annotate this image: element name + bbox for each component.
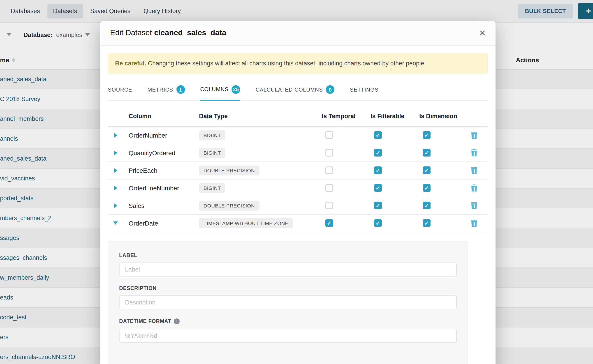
expand-caret-icon[interactable]	[114, 150, 117, 155]
warning-banner: Be careful. Changing these settings will…	[108, 53, 488, 74]
close-icon[interactable]: ×	[479, 27, 486, 38]
form-field: LABEL	[119, 252, 457, 276]
column-row: PriceEachDOUBLE PRECISION✓✓	[108, 162, 488, 179]
data-type-badge: BIGINT	[199, 130, 225, 140]
tab-label: METRICS	[148, 86, 173, 93]
info-icon[interactable]: i	[174, 318, 180, 324]
form-fields: LABELDESCRIPTIONDATETIME FORMATi	[119, 252, 457, 343]
form-field: DESCRIPTION	[119, 285, 457, 309]
is-filterable-checkbox[interactable]: ✓	[374, 184, 382, 192]
is-temporal-checkbox[interactable]	[325, 131, 333, 139]
is-filterable-checkbox[interactable]: ✓	[374, 219, 382, 227]
screen: DatabasesDatasetsSaved QueriesQuery Hist…	[0, 0, 593, 364]
delete-column-icon[interactable]	[471, 167, 477, 174]
column-row: OrderDateTIMESTAMP WITHOUT TIME ZONE✓✓✓	[108, 214, 488, 232]
column-row: OrderLineNumberBIGINT✓✓	[108, 179, 488, 197]
tab-calculated-columns[interactable]: CALCULATED COLUMNS0	[256, 80, 335, 100]
tab-columns[interactable]: COLUMNS25	[200, 80, 240, 100]
is-temporal-checkbox[interactable]	[325, 166, 333, 174]
column-rows: OrderNumberBIGINT✓✓QuantityOrderedBIGINT…	[108, 127, 488, 232]
data-type-badge: TIMESTAMP WITHOUT TIME ZONE	[199, 218, 293, 228]
data-type-badge: DOUBLE PRECISION	[199, 165, 259, 175]
delete-column-icon[interactable]	[471, 220, 477, 227]
is-temporal-checkbox[interactable]: ✓	[325, 219, 333, 227]
tab-settings[interactable]: SETTINGS	[350, 80, 378, 100]
is-dimension-checkbox[interactable]: ✓	[423, 131, 430, 139]
is-dimension-checkbox[interactable]: ✓	[423, 166, 430, 174]
expand-caret-icon[interactable]	[114, 203, 117, 208]
column-row: OrderNumberBIGINT✓✓	[108, 127, 488, 144]
header-is-filterable: Is Filterable	[370, 112, 419, 119]
tab-source[interactable]: SOURCE	[108, 80, 132, 100]
datetime-format-label: DATETIME FORMAT	[119, 318, 171, 324]
column-name: OrderDate	[123, 220, 199, 227]
data-type-badge: BIGINT	[199, 148, 225, 158]
warning-banner-text: Changing these settings will affect all …	[146, 60, 426, 67]
columns-table-header: Column Data Type Is Temporal Is Filterab…	[108, 106, 488, 127]
is-temporal-checkbox[interactable]	[325, 149, 333, 156]
header-data-type: Data Type	[199, 112, 322, 119]
label-input[interactable]	[119, 262, 457, 276]
column-name: OrderNumber	[123, 131, 199, 139]
delete-column-icon[interactable]	[471, 184, 477, 191]
data-type-badge: BIGINT	[199, 183, 225, 193]
description-input[interactable]	[119, 295, 457, 309]
modal-title-prefix: Edit Dataset	[110, 28, 152, 37]
column-name: PriceEach	[123, 167, 199, 174]
is-dimension-checkbox[interactable]: ✓	[423, 149, 430, 156]
column-row: QuantityOrderedBIGINT✓✓	[108, 144, 488, 162]
is-filterable-checkbox[interactable]: ✓	[374, 149, 382, 156]
label-label: LABEL	[119, 252, 138, 258]
warning-banner-bold: Be careful.	[115, 60, 146, 67]
data-type-badge: DOUBLE PRECISION	[199, 201, 259, 210]
description-label: DESCRIPTION	[119, 285, 157, 291]
is-filterable-checkbox[interactable]: ✓	[374, 131, 382, 139]
header-is-dimension: Is Dimension	[419, 112, 468, 119]
modal-tabs: SOURCEMETRICS1COLUMNS25CALCULATED COLUMN…	[108, 80, 488, 100]
delete-column-icon[interactable]	[471, 131, 477, 139]
expand-caret-icon[interactable]	[114, 133, 117, 137]
is-temporal-checkbox[interactable]	[325, 184, 333, 192]
is-temporal-checkbox[interactable]	[325, 202, 333, 209]
column-name: QuantityOrdered	[123, 149, 199, 156]
tab-label: SOURCE	[108, 86, 132, 93]
modal-dataset-name: cleaned_sales_data	[154, 28, 226, 37]
header-is-temporal: Is Temporal	[322, 112, 370, 119]
metrics-count-badge: 1	[176, 85, 185, 94]
is-dimension-checkbox[interactable]: ✓	[423, 184, 430, 192]
is-filterable-checkbox[interactable]: ✓	[374, 202, 382, 209]
column-row: SalesDOUBLE PRECISION✓✓	[108, 197, 488, 214]
edit-dataset-modal: Edit Datasetcleaned_sales_data × Be care…	[100, 21, 495, 364]
modal-header: Edit Datasetcleaned_sales_data ×	[100, 21, 495, 46]
columns-count-badge: 25	[232, 85, 240, 94]
column-name: OrderLineNumber	[123, 184, 199, 191]
form-field: DATETIME FORMATi	[119, 318, 457, 343]
delete-column-icon[interactable]	[471, 202, 477, 209]
column-name: Sales	[123, 202, 199, 209]
tab-label: COLUMNS	[200, 86, 229, 92]
expand-caret-icon[interactable]	[114, 186, 117, 190]
tab-label: SETTINGS	[350, 86, 378, 93]
is-filterable-checkbox[interactable]: ✓	[374, 166, 382, 174]
is-dimension-checkbox[interactable]: ✓	[423, 219, 430, 227]
column-detail-panel: LABELDESCRIPTIONDATETIME FORMATi	[108, 241, 468, 364]
delete-column-icon[interactable]	[471, 149, 477, 156]
header-column: Column	[123, 112, 199, 119]
calculated-columns-count-badge: 0	[326, 85, 335, 94]
tab-metrics[interactable]: METRICS1	[148, 80, 185, 100]
modal-body: Be careful. Changing these settings will…	[100, 46, 495, 364]
is-dimension-checkbox[interactable]: ✓	[423, 202, 430, 209]
tab-label: CALCULATED COLUMNS	[256, 86, 323, 93]
modal-title: Edit Datasetcleaned_sales_data	[110, 28, 226, 38]
datetime-format-input[interactable]	[119, 329, 457, 343]
expand-caret-icon[interactable]	[114, 168, 117, 173]
collapse-caret-icon[interactable]	[113, 221, 118, 225]
